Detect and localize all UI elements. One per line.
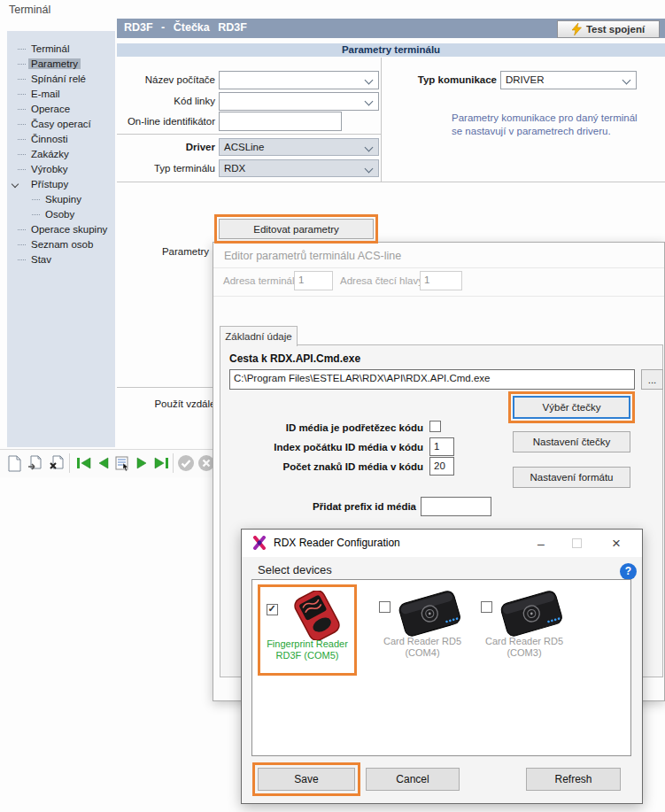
previous-record-icon[interactable] — [93, 453, 112, 473]
sidebar-item-osoby[interactable]: Osoby — [7, 207, 115, 222]
media-id-substring-checkbox[interactable] — [429, 421, 441, 432]
tree-connector — [32, 214, 40, 215]
online-id-label: On-line identifikátor — [117, 116, 215, 127]
tree-connector — [32, 199, 40, 200]
help-icon[interactable]: ? — [620, 563, 637, 580]
browse-button[interactable]: ... — [641, 369, 663, 390]
chevron-down-icon[interactable] — [12, 181, 19, 188]
tree-connector — [18, 49, 26, 50]
sidebar-item-vyrobky[interactable]: Výrobky — [7, 162, 115, 177]
sidebar-item-zakazky[interactable]: Zakázky — [7, 147, 115, 162]
divider — [213, 296, 664, 297]
maximize-icon — [572, 538, 582, 548]
sidebar-item-parametry[interactable]: Parametry — [7, 57, 115, 72]
section-title: Parametry terminálu — [117, 43, 665, 57]
sidebar-item-seznam-osob[interactable]: Seznam osob — [7, 237, 115, 252]
device-checkbox[interactable] — [379, 601, 390, 613]
reader-settings-button[interactable]: Nastavení čtečky — [513, 431, 630, 452]
tree-connector — [18, 169, 26, 170]
driver-label: Driver — [117, 142, 215, 152]
tree-connector — [18, 124, 26, 125]
rdx-titlebar[interactable]: RDX Reader Configuration – × — [242, 530, 642, 557]
tree-connector — [18, 154, 26, 155]
edit-parameters-button[interactable]: Editovat parametry — [219, 219, 374, 239]
maximize-button[interactable] — [561, 530, 592, 557]
sidebar-item-terminal[interactable]: Terminál — [7, 42, 115, 57]
device-tile-card-rd5-com4[interactable]: Card Reader RD5(COM4) — [373, 584, 472, 676]
first-record-icon[interactable] — [73, 453, 93, 473]
terminal-type-combo[interactable]: RDX — [219, 159, 379, 177]
accept-icon[interactable] — [176, 453, 196, 473]
device-port: (COM3) — [506, 647, 541, 658]
select-reader-button[interactable]: Výběr čtečky — [513, 396, 630, 419]
sidebar-item-email[interactable]: E-mail — [7, 87, 115, 102]
save-button[interactable]: Save — [258, 768, 355, 791]
chevron-down-icon — [365, 76, 374, 85]
device-checkbox[interactable] — [267, 604, 278, 615]
sidebar-item-operace[interactable]: Operace — [7, 102, 115, 117]
media-id-start-index-input[interactable]: 1 — [429, 437, 454, 456]
terminal-type-label: Typ terminálu — [117, 163, 215, 174]
rdx-dialog-title: RDX Reader Configuration — [274, 537, 400, 549]
test-connection-button[interactable]: Test spojení — [557, 20, 660, 38]
sidebar-item-stav[interactable]: Stav — [7, 252, 115, 267]
divider — [117, 134, 381, 135]
terminal-address-input[interactable]: 1 — [294, 271, 333, 290]
page-title: RD3F - Čtečka RD3F — [124, 21, 247, 34]
rdx-reader-configuration-dialog: RDX Reader Configuration – × Select devi… — [241, 529, 643, 804]
path-label: Cesta k RDX.API.Cmd.exe — [229, 352, 360, 365]
card-reader-image — [394, 588, 465, 640]
tab-zakladni-udaje[interactable]: Základní údaje — [220, 326, 298, 346]
last-record-icon[interactable] — [151, 453, 171, 473]
line-code-combo[interactable] — [219, 92, 379, 111]
tree-connector — [18, 109, 26, 110]
chevron-down-icon — [365, 97, 374, 106]
terminal-address-label: Adresa terminálu — [223, 275, 300, 286]
refresh-button[interactable]: Refresh — [526, 768, 621, 791]
delete-record-icon[interactable] — [47, 453, 66, 473]
parameters-label: Parametry — [112, 246, 209, 257]
media-id-char-count-input[interactable]: 20 — [429, 457, 454, 476]
tree-connector — [18, 229, 26, 230]
computer-name-combo[interactable] — [219, 71, 379, 89]
media-id-prefix-input[interactable] — [421, 497, 491, 516]
select-devices-label: Select devices — [258, 563, 332, 576]
sidebar-item-casy-operaci[interactable]: Časy operací — [7, 117, 115, 132]
minimize-button[interactable]: – — [525, 530, 557, 557]
next-record-icon[interactable] — [132, 453, 151, 473]
line-code-label: Kód linky — [117, 96, 215, 106]
device-tile-fingerprint-rd3f[interactable]: Fingerprint ReaderRD3F (COM5) — [258, 584, 357, 676]
import-record-icon[interactable] — [26, 453, 45, 473]
format-settings-button[interactable]: Nastavení formátu — [513, 467, 630, 488]
browse-list-icon[interactable] — [112, 453, 132, 473]
device-port: RD3F (COM5) — [276, 650, 339, 661]
path-input[interactable]: C:\Program Files\ESTELAR\RDX\API\RDX.API… — [229, 369, 635, 390]
communication-type-combo[interactable]: DRIVER — [500, 71, 637, 89]
media-id-start-index-label: Index počátku ID média v kódu — [220, 442, 423, 452]
reading-head-address-input[interactable]: 1 — [420, 271, 462, 290]
communication-info-text: Parametry komunikace pro daný terminál s… — [452, 112, 638, 138]
driver-combo[interactable]: ACSLine — [219, 138, 379, 156]
fingerprint-reader-image — [282, 591, 352, 643]
tree-connector — [18, 79, 26, 80]
sidebar-tree: Terminál Parametry Spínání relé E-mail O… — [7, 31, 115, 447]
media-id-char-count-label: Počet znaků ID média v kódu — [220, 461, 423, 472]
device-checkbox[interactable] — [481, 601, 492, 613]
sidebar-item-operace-skupiny[interactable]: Operace skupiny — [7, 222, 115, 237]
close-button[interactable]: × — [596, 530, 637, 557]
new-record-icon[interactable] — [4, 453, 24, 473]
device-tile-card-rd5-com3[interactable]: Card Reader RD5(COM3) — [475, 584, 574, 676]
rdx-app-icon — [252, 536, 267, 550]
page-header: RD3F - Čtečka RD3F Test spojení — [117, 19, 665, 38]
computer-name-label: Název počítače — [117, 74, 215, 85]
online-id-input[interactable] — [219, 112, 342, 131]
divider — [213, 267, 664, 268]
sidebar-item-cinnosti[interactable]: Činnosti — [7, 132, 115, 147]
divider — [117, 387, 213, 388]
sidebar-item-pristupy[interactable]: Přístupy — [7, 177, 115, 192]
sidebar-item-spinani-rele[interactable]: Spínání relé — [7, 72, 115, 87]
tree-connector — [18, 259, 26, 260]
cancel-button[interactable]: Cancel — [366, 768, 460, 791]
divider — [117, 182, 665, 182]
sidebar-item-skupiny[interactable]: Skupiny — [7, 192, 115, 207]
